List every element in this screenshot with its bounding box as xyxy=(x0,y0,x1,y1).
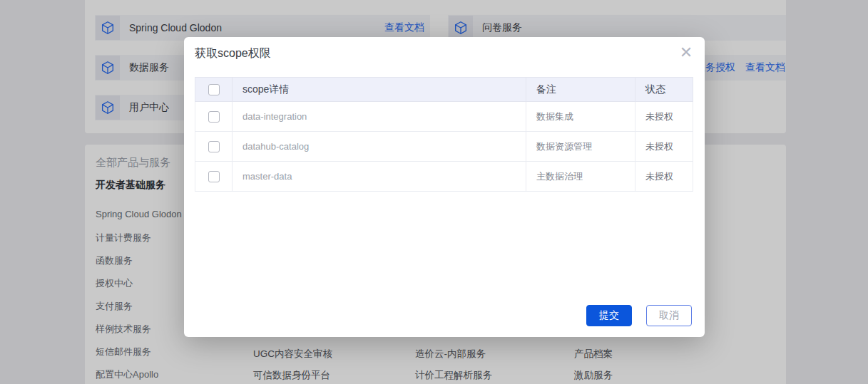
select-all-checkbox[interactable] xyxy=(208,84,220,95)
table-row: data-integration 数据集成 未授权 xyxy=(195,102,693,132)
scope-permission-modal: 获取scope权限 ✕ scope详情 备注 状态 data-integrati… xyxy=(184,37,705,337)
close-icon[interactable]: ✕ xyxy=(678,44,695,61)
column-header-scope: scope详情 xyxy=(233,78,526,102)
status-badge: 未授权 xyxy=(635,132,693,162)
scope-table: scope详情 备注 状态 data-integration 数据集成 未授权 … xyxy=(195,77,693,192)
scope-name: datahub-catalog xyxy=(233,132,526,162)
status-badge: 未授权 xyxy=(635,102,693,132)
column-header-status: 状态 xyxy=(635,78,693,102)
scope-remark: 数据集成 xyxy=(526,102,635,132)
table-header-row: scope详情 备注 状态 xyxy=(195,78,693,102)
modal-footer: 提交 取消 xyxy=(586,305,692,326)
scope-name: data-integration xyxy=(233,102,526,132)
row-checkbox[interactable] xyxy=(208,171,220,182)
table-row: datahub-catalog 数据资源管理 未授权 xyxy=(195,132,693,162)
modal-title: 获取scope权限 xyxy=(195,46,271,61)
scope-name: master-data xyxy=(233,162,526,192)
cancel-button[interactable]: 取消 xyxy=(646,305,692,326)
page: Spring Cloud Glodon 查看文档 数据服务 用户中心 xyxy=(0,0,868,384)
submit-button[interactable]: 提交 xyxy=(586,305,632,326)
table-row: master-data 主数据治理 未授权 xyxy=(195,162,693,192)
column-header-remark: 备注 xyxy=(526,78,635,102)
row-checkbox[interactable] xyxy=(208,141,220,152)
row-checkbox[interactable] xyxy=(208,111,220,123)
scope-remark: 主数据治理 xyxy=(526,162,635,192)
status-badge: 未授权 xyxy=(635,162,693,192)
scope-remark: 数据资源管理 xyxy=(526,132,635,162)
